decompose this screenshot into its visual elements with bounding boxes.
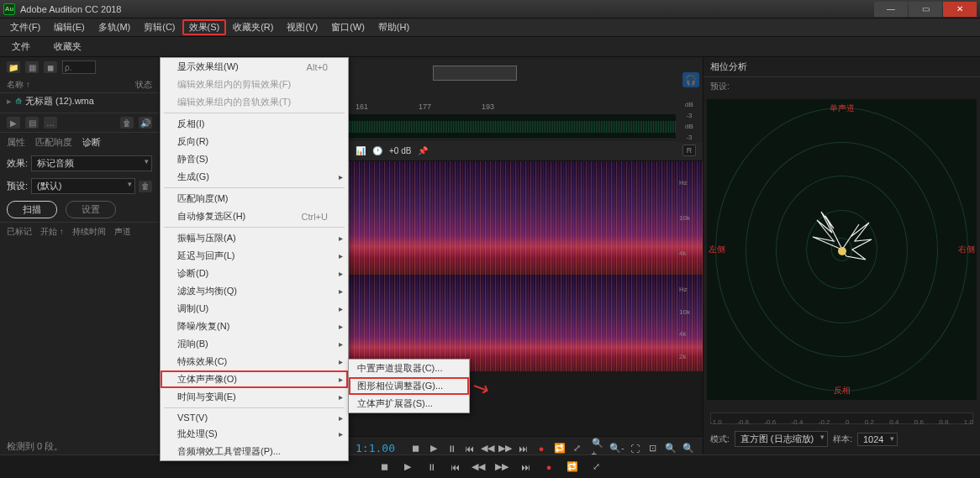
spectrogram-left[interactable]: Hz 10k 4k: [349, 161, 703, 275]
global-forward[interactable]: ▶▶: [493, 460, 511, 475]
speaker-icon[interactable]: 🔊: [139, 117, 152, 129]
menu-diagnostics[interactable]: 诊断(D): [161, 265, 348, 282]
menu-view[interactable]: 视图(V): [280, 19, 324, 35]
global-skip-sel[interactable]: ⤢: [587, 460, 605, 475]
zoom-in-icon[interactable]: 🔍+: [592, 441, 606, 456]
tab-diagnostics[interactable]: 诊断: [82, 136, 101, 149]
list-icon[interactable]: ▤: [25, 117, 39, 129]
close-button[interactable]: ✕: [943, 2, 977, 17]
phase-scope[interactable]: 单声道 左侧 右侧 反相 -0.9-0.8-0.7-0.6-0.5-0.4-0.…: [707, 99, 977, 400]
zoom-in-v-icon[interactable]: 🔍: [663, 441, 677, 456]
menu-modulation[interactable]: 调制(U): [161, 300, 348, 318]
menu-multitrack[interactable]: 多轨(M): [92, 19, 138, 35]
play-small-icon[interactable]: ▶: [7, 117, 20, 129]
menu-auto-heal[interactable]: 自动修复选区(H)Ctrl+U: [161, 207, 348, 225]
menu-show-effect-rack[interactable]: 显示效果组(W)Alt+0: [161, 58, 348, 76]
zoom-out-v-icon[interactable]: 🔍: [682, 441, 696, 456]
overview-timeline[interactable]: 🎧: [349, 57, 703, 99]
waveform-left[interactable]: L: [349, 114, 703, 139]
col-duration[interactable]: 持续时间: [72, 226, 106, 238]
menu-plugin-manager[interactable]: 音频增效工具管理器(P)...: [161, 443, 348, 460]
record-icon[interactable]: ◼: [44, 61, 57, 73]
pin-icon[interactable]: 📌: [418, 146, 428, 155]
timecode[interactable]: 1:1.00: [356, 442, 395, 454]
menu-window[interactable]: 窗口(W): [324, 19, 371, 35]
scan-button[interactable]: 扫描: [7, 201, 57, 218]
preset-dropdown[interactable]: (默认): [31, 178, 135, 194]
menu-match-loudness[interactable]: 匹配响度(M): [161, 190, 348, 207]
menu-silence[interactable]: 静音(S): [161, 150, 348, 168]
global-stop[interactable]: ◼: [375, 460, 393, 475]
hud-icon[interactable]: 📊: [356, 146, 366, 155]
submenu-stereo-expander[interactable]: 立体声扩展器(S)...: [349, 395, 469, 412]
record-button[interactable]: ●: [534, 441, 548, 456]
global-loop[interactable]: 🔁: [563, 460, 582, 475]
global-skip-start[interactable]: ⏮: [445, 460, 464, 475]
spectrogram-right[interactable]: Hz 10k 4k 2k: [349, 275, 703, 371]
zoom-full-icon[interactable]: ⛶: [628, 441, 642, 456]
minimize-button[interactable]: —: [874, 2, 908, 17]
global-record[interactable]: ●: [540, 460, 558, 475]
menu-stereo-imagery[interactable]: 立体声声像(O): [161, 370, 348, 388]
stop-button[interactable]: ◼: [408, 441, 423, 456]
tab-file[interactable]: 文件: [7, 39, 35, 55]
selection-handle[interactable]: [433, 66, 517, 81]
col-marked[interactable]: 已标记: [7, 226, 32, 238]
tab-properties[interactable]: 属性: [7, 136, 25, 149]
tab-loudness[interactable]: 匹配响度: [35, 136, 72, 149]
col-channel[interactable]: 声道: [114, 226, 131, 238]
menu-reverb[interactable]: 混响(B): [161, 335, 348, 353]
new-file-icon[interactable]: ▦: [25, 61, 39, 73]
maximize-button[interactable]: ▭: [909, 2, 942, 17]
menu-special[interactable]: 特殊效果(C): [161, 353, 348, 370]
global-rewind[interactable]: ◀◀: [469, 460, 487, 475]
menu-noise-reduction[interactable]: 降噪/恢复(N): [161, 318, 348, 335]
channel-r-button[interactable]: R: [682, 144, 696, 156]
submenu-graphic-phase-shifter[interactable]: 图形相位调整器(G)...: [349, 377, 469, 395]
headphone-icon[interactable]: 🎧: [682, 72, 699, 87]
menu-delay-echo[interactable]: 延迟与回声(L): [161, 247, 348, 265]
sample-dropdown[interactable]: 1024: [857, 433, 898, 446]
tab-favorites[interactable]: 收藏夹: [49, 39, 87, 55]
mode-dropdown[interactable]: 直方图 (日志缩放): [735, 431, 828, 447]
menu-batch[interactable]: 批处理(S): [161, 425, 348, 443]
menu-invert[interactable]: 反相(I): [161, 115, 348, 133]
col-name[interactable]: 名称 ↑: [7, 79, 135, 91]
open-file-icon[interactable]: 📁: [7, 61, 20, 73]
submenu-center-extractor[interactable]: 中置声道提取器(C)...: [349, 360, 469, 377]
settings-button[interactable]: 设置: [66, 201, 116, 218]
global-play[interactable]: ▶: [398, 460, 417, 475]
gain-value[interactable]: +0 dB: [389, 146, 411, 155]
play-button[interactable]: ▶: [426, 441, 440, 456]
file-item[interactable]: ▸ ⟰ 无标题 (12).wma: [0, 93, 159, 109]
col-start[interactable]: 开始 ↑: [40, 226, 64, 238]
trash-preset-icon[interactable]: 🗑: [139, 181, 152, 192]
menu-clip[interactable]: 剪辑(C): [137, 19, 182, 35]
skip-sel-button[interactable]: ⤢: [570, 441, 584, 456]
menu-favorites[interactable]: 收藏夹(R): [226, 19, 280, 35]
menu-time-pitch[interactable]: 时间与变调(E): [161, 388, 348, 406]
loop-button[interactable]: 🔁: [552, 441, 566, 456]
menu-amplitude[interactable]: 振幅与压限(A): [161, 229, 348, 247]
global-pause[interactable]: ⏸: [422, 460, 440, 475]
more-icon[interactable]: …: [44, 117, 57, 129]
col-status[interactable]: 状态: [135, 79, 152, 91]
search-input[interactable]: [62, 60, 96, 74]
rewind-button[interactable]: ◀◀: [480, 441, 494, 456]
ruler[interactable]: 161 177 193: [349, 99, 703, 114]
menu-vst[interactable]: VST(V): [161, 410, 348, 425]
effect-dropdown[interactable]: 标记音频: [31, 155, 152, 171]
menu-reverse[interactable]: 反向(R): [161, 133, 348, 150]
menu-filter-eq[interactable]: 滤波与均衡(Q): [161, 282, 348, 300]
menu-generate[interactable]: 生成(G): [161, 168, 348, 186]
global-skip-end[interactable]: ⏭: [516, 460, 535, 475]
trash-icon[interactable]: 🗑: [120, 117, 134, 129]
forward-button[interactable]: ▶▶: [498, 441, 513, 456]
menu-effects[interactable]: 效果(S): [182, 19, 227, 35]
zoom-out-icon[interactable]: 🔍-: [609, 441, 624, 456]
pause-button[interactable]: ⏸: [445, 441, 459, 456]
menu-help[interactable]: 帮助(H): [371, 19, 416, 35]
menu-file[interactable]: 文件(F): [3, 19, 47, 35]
menu-edit[interactable]: 编辑(E): [47, 19, 92, 35]
skip-start-button[interactable]: ⏮: [462, 441, 477, 456]
